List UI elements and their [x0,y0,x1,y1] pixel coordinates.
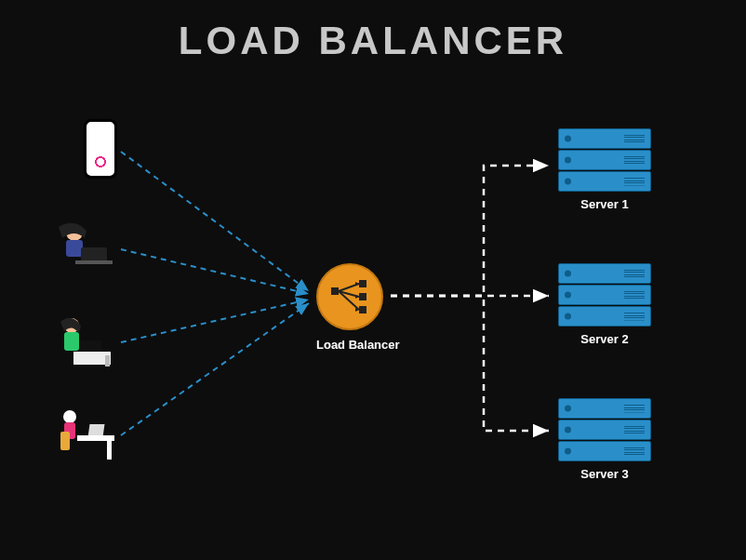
svg-rect-7 [81,247,107,262]
client-user-2 [51,314,107,370]
load-balancer-node: Load Balancer [316,263,400,352]
server-2: Server 2 [558,263,651,346]
load-balancer-icon [316,263,383,330]
svg-rect-18 [107,441,112,460]
svg-rect-6 [66,240,83,257]
client-user-1 [51,221,107,277]
svg-rect-23 [359,306,366,313]
phone-icon [84,119,117,179]
person-laptop-icon [51,314,116,370]
load-balancer-label: Load Balancer [316,338,400,352]
server-icon [558,263,651,327]
svg-rect-22 [359,293,366,300]
client-phone [84,119,140,175]
svg-rect-19 [88,424,105,435]
svg-rect-21 [359,280,366,287]
server-2-label: Server 2 [558,332,651,346]
svg-rect-17 [77,435,114,441]
server-3-label: Server 3 [558,467,651,481]
server-1-label: Server 1 [558,197,651,211]
server-icon [558,128,651,192]
svg-line-0 [121,152,309,291]
svg-rect-10 [64,332,79,351]
svg-rect-13 [105,355,110,367]
server-3: Server 3 [558,398,651,481]
person-desk-icon [51,407,116,463]
diagram-canvas: Load Balancer Server 1 Server 2 Server 3 [0,63,746,547]
page-title: LOAD BALANCER [0,19,746,63]
svg-rect-8 [75,260,113,264]
svg-rect-16 [60,432,70,450]
svg-line-3 [121,303,309,435]
svg-rect-20 [331,287,339,295]
server-1: Server 1 [558,128,651,211]
svg-line-1 [121,249,309,294]
svg-line-2 [121,300,309,342]
server-icon [558,398,651,461]
client-user-3 [51,407,107,463]
person-laptop-icon [51,221,116,277]
svg-rect-11 [79,340,101,353]
svg-point-14 [63,410,76,423]
